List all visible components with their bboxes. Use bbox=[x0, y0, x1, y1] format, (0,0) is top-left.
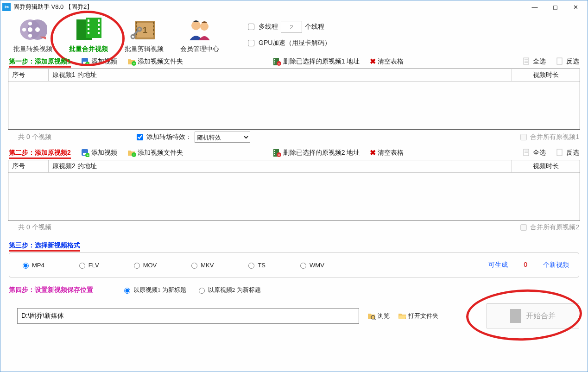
svg-point-6 bbox=[22, 28, 26, 32]
main-toolbar: 批量转换视频 批量合并视频 1 批量剪辑视频 会员管理中心 多线程 bbox=[0, 13, 588, 53]
svg-text:+: + bbox=[86, 62, 89, 66]
annotation-underline bbox=[9, 158, 71, 159]
svg-rect-10 bbox=[88, 24, 89, 26]
transition-checkbox[interactable] bbox=[137, 134, 143, 140]
step3-label: 第三步：选择新视频格式 bbox=[9, 241, 80, 250]
thread-options: 多线程 个线程 GPU加速（用显卡解码） bbox=[246, 21, 331, 48]
svg-text:+: + bbox=[133, 153, 135, 157]
video2-count: 共 0 个视频 bbox=[18, 223, 51, 232]
folder-search-icon bbox=[367, 312, 376, 320]
minimize-button[interactable]: — bbox=[525, 0, 545, 13]
film-delete-icon: × bbox=[273, 57, 281, 66]
open-folder-button[interactable]: 打开文件夹 bbox=[398, 312, 438, 320]
film-delete-icon: × bbox=[273, 149, 281, 157]
svg-rect-15 bbox=[98, 28, 100, 30]
tool-member[interactable]: 会员管理中心 bbox=[172, 16, 228, 53]
format-ts[interactable]: TS bbox=[246, 261, 266, 269]
step2-clear[interactable]: ✖ 清空表格 bbox=[370, 148, 404, 157]
multithread-checkbox[interactable] bbox=[248, 24, 254, 30]
step2-add-folder[interactable]: + 添加视频文件夹 bbox=[127, 149, 183, 157]
video1-table[interactable]: 序号 原视频1 的地址 视频时长 bbox=[8, 69, 580, 130]
transition-select[interactable]: 随机特效 bbox=[195, 132, 250, 143]
format-mkv[interactable]: MKV bbox=[189, 261, 214, 269]
thread-count-input[interactable] bbox=[281, 21, 302, 33]
step3-row: 第三步：选择新视频格式 bbox=[0, 240, 588, 251]
step2-delete[interactable]: × 删除已选择的原视频2 地址 bbox=[273, 149, 360, 157]
svg-rect-24 bbox=[153, 22, 154, 24]
svg-rect-14 bbox=[98, 24, 100, 26]
svg-point-31 bbox=[200, 22, 209, 31]
film-reel-icon bbox=[18, 16, 48, 43]
step1-select-all[interactable]: 全选 bbox=[523, 57, 546, 66]
merge-all-2[interactable]: 合并所有原视频2 bbox=[518, 223, 579, 232]
step2-invert[interactable]: 反选 bbox=[556, 149, 579, 157]
svg-rect-40 bbox=[274, 61, 275, 62]
start-merge-button[interactable]: 开始合并 bbox=[487, 303, 579, 328]
svg-rect-39 bbox=[274, 59, 275, 60]
merge-all-1[interactable]: 合并所有原视频1 bbox=[518, 132, 579, 142]
format-mov[interactable]: MOV bbox=[132, 261, 157, 269]
svg-rect-16 bbox=[98, 32, 100, 34]
gpu-checkbox[interactable] bbox=[248, 40, 254, 46]
tool-merge-label: 批量合并视频 bbox=[69, 45, 108, 53]
svg-text:1: 1 bbox=[143, 25, 147, 35]
merge-all-1-checkbox[interactable] bbox=[520, 134, 527, 140]
tool-edit[interactable]: 1 批量剪辑视频 bbox=[116, 16, 172, 53]
video2-table[interactable]: 序号 原视频2 的地址 视频时长 bbox=[8, 160, 580, 221]
step2-select-all[interactable]: 全选 bbox=[523, 149, 546, 157]
title-opt2[interactable]: 以原视频2 为新标题 bbox=[196, 286, 261, 294]
annotation-underline bbox=[9, 66, 71, 68]
tool-member-label: 会员管理中心 bbox=[180, 45, 219, 53]
titlebar: ✂ 固乔剪辑助手 V8.0 【固乔2】 — ◻ ✕ bbox=[0, 0, 588, 13]
transition-checkbox-wrap[interactable]: 添加转场特效： bbox=[135, 132, 192, 142]
browse-button[interactable]: 浏览 bbox=[367, 312, 390, 320]
step1-footer: 共 0 个视频 添加转场特效： 随机特效 合并所有原视频1 bbox=[0, 130, 588, 145]
maximize-button[interactable]: ◻ bbox=[545, 0, 565, 13]
step2-add-video[interactable]: + 添加视频 bbox=[81, 149, 117, 157]
svg-text:×: × bbox=[278, 62, 280, 66]
format-wmv[interactable]: WMV bbox=[298, 261, 324, 269]
close-button[interactable]: ✕ bbox=[565, 0, 586, 13]
svg-text:+: + bbox=[133, 62, 135, 66]
folder-add-icon: + bbox=[127, 149, 136, 157]
title-opt1[interactable]: 以原视频1 为新标题 bbox=[122, 286, 186, 294]
svg-rect-56 bbox=[274, 150, 275, 151]
format-flv[interactable]: FLV bbox=[77, 261, 99, 269]
svg-rect-26 bbox=[153, 29, 154, 31]
folder-open-icon bbox=[398, 312, 406, 320]
video1-count: 共 0 个视频 bbox=[18, 133, 51, 141]
col-duration: 视频时长 bbox=[512, 69, 580, 81]
svg-rect-48 bbox=[557, 58, 562, 64]
svg-text:+: + bbox=[86, 153, 89, 157]
x-icon: ✖ bbox=[370, 148, 376, 157]
thread-unit-label: 个线程 bbox=[305, 23, 324, 31]
film-edit-icon: 1 bbox=[129, 16, 159, 43]
people-icon bbox=[185, 16, 215, 43]
svg-rect-13 bbox=[98, 19, 100, 22]
step1-add-video[interactable]: + 添加视频 bbox=[81, 57, 117, 66]
svg-point-4 bbox=[28, 22, 32, 25]
step1-clear[interactable]: ✖ 清空表格 bbox=[370, 57, 404, 66]
svg-point-30 bbox=[191, 21, 201, 30]
page-icon bbox=[523, 149, 531, 157]
svg-rect-21 bbox=[136, 25, 137, 27]
window-title: 固乔剪辑助手 V8.0 【固乔2】 bbox=[13, 3, 93, 11]
path-row: 浏览 打开文件夹 开始合并 bbox=[9, 303, 579, 328]
tool-merge[interactable]: 批量合并视频 bbox=[61, 16, 116, 53]
svg-rect-20 bbox=[136, 22, 137, 24]
annotation-underline bbox=[9, 250, 80, 252]
merge-all-2-checkbox[interactable] bbox=[520, 224, 527, 231]
page-icon bbox=[556, 149, 564, 157]
tool-convert[interactable]: 批量转换视频 bbox=[5, 16, 61, 53]
step1-delete[interactable]: × 删除已选择的原视频1 地址 bbox=[273, 57, 360, 66]
step1-add-folder[interactable]: + 添加视频文件夹 bbox=[127, 57, 183, 66]
svg-rect-9 bbox=[88, 19, 89, 22]
col-index: 序号 bbox=[8, 69, 49, 81]
step2-row: 第二步：添加原视频2 + 添加视频 + 添加视频文件夹 × 删除已选择的原视频2… bbox=[0, 147, 588, 158]
disk-add-icon: + bbox=[81, 57, 89, 66]
x-icon: ✖ bbox=[370, 57, 376, 66]
step1-invert[interactable]: 反选 bbox=[556, 57, 579, 66]
save-path-input[interactable] bbox=[17, 308, 359, 324]
building-icon bbox=[510, 309, 521, 323]
format-mp4[interactable]: MP4 bbox=[20, 261, 44, 269]
